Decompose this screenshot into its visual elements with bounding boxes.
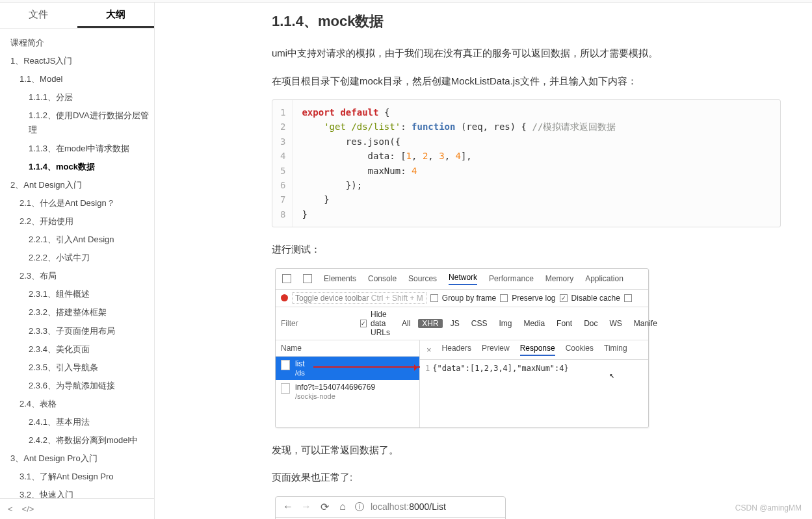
toc-item[interactable]: 1、ReactJS入门 (5, 52, 154, 70)
record-icon[interactable] (281, 294, 288, 301)
toc-item[interactable]: 2.3.1、组件概述 (5, 285, 154, 303)
sidebar-tabs: 文件 大纲 (0, 0, 154, 29)
devtools-tab-elements[interactable]: Elements (324, 274, 356, 283)
request-list: Name list/dsinfo?t=1540744696769/sockjs-… (276, 340, 420, 427)
paragraph: 进行测试： (272, 240, 781, 259)
browser-toolbar: ← → ⟳ ⌂ i localhost:8000/List (276, 497, 505, 518)
subtab-response[interactable]: Response (520, 344, 555, 356)
close-icon[interactable]: × (426, 345, 432, 355)
toc-item[interactable]: 1.1.1、分层 (5, 88, 154, 107)
tab-file[interactable]: 文件 (0, 2, 77, 28)
toc-item[interactable]: 2.3.4、美化页面 (5, 340, 154, 359)
filter-manife[interactable]: Manife (630, 319, 661, 328)
response-tabs: × HeadersPreviewResponseCookiesTiming (420, 340, 648, 360)
annotation-arrow (313, 366, 420, 368)
code-gutter: 12345678 (272, 100, 293, 227)
reload-icon[interactable]: ⟳ (319, 501, 330, 513)
toc-item[interactable]: 课程简介 (5, 34, 154, 52)
subtab-headers[interactable]: Headers (442, 344, 471, 356)
browser-mock: ← → ⟳ ⌂ i localhost:8000/List 1 (275, 496, 506, 519)
forward-icon[interactable]: → (300, 501, 312, 513)
article-body: 1.1.4、mock数据 umi中支持对请求的模拟，由于我们现在没有真正的服务可… (155, 0, 812, 519)
device-icon[interactable] (303, 274, 312, 283)
inspect-icon[interactable] (282, 274, 291, 283)
filter-font[interactable]: Font (553, 319, 576, 328)
request-row[interactable]: list/ds (276, 357, 419, 381)
subtab-cookies[interactable]: Cookies (566, 344, 594, 356)
toc-item[interactable]: 2.2.2、小试牛刀 (5, 249, 154, 267)
group-frame-checkbox[interactable] (430, 294, 438, 302)
cursor-icon: ↖ (609, 370, 614, 380)
paragraph: 在项目根目录下创建mock目录，然后创建MockListData.js文件，并且… (272, 72, 781, 91)
toc-item[interactable]: 1.1.2、使用DVA进行数据分层管理 (5, 107, 154, 139)
toc-item[interactable]: 2.3.2、搭建整体框架 (5, 303, 154, 322)
response-body: 1{"data":[1,2,3,4],"maxNum":4} ↖ (420, 360, 648, 377)
extra-checkbox[interactable] (624, 294, 632, 302)
filter-js[interactable]: JS (447, 319, 464, 328)
hide-data-urls-checkbox[interactable]: ✓ (360, 320, 367, 327)
watermark: CSDN @amingMM (735, 503, 802, 513)
filter-xhr[interactable]: XHR (418, 319, 442, 328)
toc-item[interactable]: 3.2、快速入门 (5, 486, 154, 498)
toc-item[interactable]: 3.1、了解Ant Design Pro (5, 468, 154, 486)
devtools-tab-performance[interactable]: Performance (489, 274, 534, 283)
toc-item[interactable]: 2.4.1、基本用法 (5, 413, 154, 431)
filter-img[interactable]: Img (495, 319, 516, 328)
home-icon[interactable]: ⌂ (337, 501, 348, 513)
toc-item[interactable]: 2.3.6、为导航添加链接 (5, 377, 154, 395)
disable-cache-checkbox[interactable]: ✓ (560, 294, 568, 302)
devtools-tabs: ElementsConsoleSourcesNetworkPerformance… (276, 269, 648, 290)
prev-page-icon[interactable]: < (8, 504, 13, 514)
devtools-toolbar: Toggle device toolbar Ctrl + Shift + M G… (276, 290, 648, 307)
toc-item[interactable]: 2.3.3、子页面使用布局 (5, 322, 154, 340)
devtools-tab-application[interactable]: Application (585, 274, 623, 283)
devtools-filter-row: ✓Hide data URLs AllXHRJSCSSImgMediaFontD… (276, 307, 648, 340)
toc-item[interactable]: 2.2.1、引入Ant Design (5, 231, 154, 249)
toc-item[interactable]: 2.2、开始使用 (5, 212, 154, 231)
paragraph: 发现，可以正常返回数据了。 (272, 441, 781, 460)
code-view-icon[interactable]: </> (22, 504, 34, 514)
paragraph: umi中支持对请求的模拟，由于我们现在没有真正的服务可以返回数据，所以才需要模拟… (272, 44, 781, 63)
devtools-tab-memory[interactable]: Memory (545, 274, 573, 283)
code-block: 12345678 export default { 'get /ds/list'… (272, 99, 781, 227)
toc-item[interactable]: 2.4.2、将数据分离到model中 (5, 431, 154, 449)
info-icon[interactable]: i (355, 502, 364, 511)
toggle-device-tooltip: Toggle device toolbar Ctrl + Shift + M (292, 292, 426, 304)
filter-css[interactable]: CSS (467, 319, 491, 328)
filter-input[interactable] (281, 319, 352, 328)
file-icon (281, 383, 290, 394)
request-row[interactable]: info?t=1540744696769/sockjs-node (276, 380, 419, 404)
filter-all[interactable]: All (398, 319, 414, 328)
devtools-panel: ElementsConsoleSourcesNetworkPerformance… (275, 268, 649, 428)
toc-item[interactable]: 2.1、什么是Ant Design？ (5, 194, 154, 212)
file-icon (281, 360, 290, 370)
devtools-tab-sources[interactable]: Sources (408, 274, 437, 283)
toc-item[interactable]: 1.1.3、在model中请求数据 (5, 140, 154, 158)
section-title: 1.1.4、mock数据 (272, 12, 781, 31)
toc-item[interactable]: 2、Ant Design入门 (5, 176, 154, 194)
devtools-tab-network[interactable]: Network (449, 273, 477, 285)
toc-item[interactable]: 2.3、布局 (5, 267, 154, 285)
tab-outline[interactable]: 大纲 (77, 2, 155, 28)
outline-list: 课程简介1、ReactJS入门1.1、Model1.1.1、分层1.1.2、使用… (0, 29, 154, 498)
preserve-log-checkbox[interactable] (500, 294, 508, 302)
toc-item[interactable]: 2.4、表格 (5, 395, 154, 413)
toc-item[interactable]: 1.1.4、mock数据 (5, 158, 154, 176)
sidebar-footer: < </> (0, 498, 154, 519)
sidebar: 文件 大纲 课程简介1、ReactJS入门1.1、Model1.1.1、分层1.… (0, 0, 155, 519)
subtab-preview[interactable]: Preview (482, 344, 510, 356)
filter-media[interactable]: Media (519, 319, 549, 328)
toc-item[interactable]: 1.1、Model (5, 70, 154, 88)
paragraph: 页面效果也正常了: (272, 468, 781, 487)
filter-doc[interactable]: Doc (580, 319, 601, 328)
url-text[interactable]: localhost:8000/List (371, 501, 446, 512)
code-content: export default { 'get /ds/list': functio… (293, 100, 625, 227)
back-icon[interactable]: ← (282, 501, 294, 513)
toc-item[interactable]: 3、Ant Design Pro入门 (5, 449, 154, 468)
devtools-tab-console[interactable]: Console (368, 274, 397, 283)
name-column-header: Name (276, 340, 419, 357)
subtab-timing[interactable]: Timing (604, 344, 627, 356)
toc-item[interactable]: 2.3.5、引入导航条 (5, 359, 154, 377)
filter-ws[interactable]: WS (605, 319, 625, 328)
